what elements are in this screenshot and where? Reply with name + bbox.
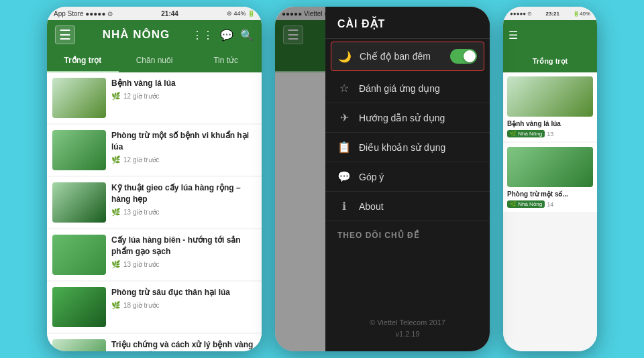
news-content-2: Kỹ thuật gieo cấy lúa hàng rộng – hàng h… (111, 182, 256, 217)
about-label: About (359, 201, 478, 212)
terms-label: Điều khoản sử dụng (359, 142, 478, 153)
news-content-0: Bệnh vàng lá lúa 🌿 12 giờ trước (111, 78, 256, 101)
news-list-right: Bệnh vàng lá lúa 🌿 Nhà Nông 13 Phòng trừ… (503, 72, 597, 351)
news-item-left-1[interactable]: Phòng trừ một số bệnh vi khuẩn hại lúa 🌿… (47, 125, 262, 176)
settings-overlay: CÀI ĐẶT 🌙 Chế độ ban đêm ☆ Đánh giá ứng … (275, 7, 490, 351)
news-thumb-4 (52, 287, 106, 327)
title-right-0: Bệnh vàng lá lúa (507, 119, 593, 128)
feedback-icon: 💬 (337, 170, 351, 183)
phone-right: ●●●●● ⊙ 23:21 🔋40% ☰ Trồng trọt Bệnh vàn… (503, 7, 597, 351)
status-bar-right: ●●●●● ⊙ 23:21 🔋40% (503, 7, 597, 20)
status-time-right: 23:21 (545, 11, 559, 17)
news-title-5: Triệu chứng và cách xử lý bệnh vàng lá n… (111, 339, 256, 351)
news-item-left-5[interactable]: Triệu chứng và cách xử lý bệnh vàng lá n… (47, 334, 262, 351)
settings-item-about[interactable]: ℹ About (325, 192, 490, 221)
news-meta-4: 🌿 18 giờ trước (111, 301, 256, 310)
search-icon[interactable]: 🔍 (240, 29, 254, 42)
status-icons-right: 🔋40% (573, 11, 590, 17)
tab-bar-right: Trồng trọt (503, 50, 597, 72)
settings-item-feedback[interactable]: 💬 Góp ý (325, 162, 490, 192)
news-time-2: 13 giờ trước (123, 208, 160, 216)
settings-item-dark-mode[interactable]: 🌙 Chế độ ban đêm (331, 42, 484, 71)
news-meta-2: 🌿 13 giờ trước (111, 208, 256, 217)
copyright-text: © Viettel Telecom 2017 (337, 317, 478, 329)
source-badge-1: 🌿 Nhà Nông (507, 200, 545, 208)
rate-label: Đánh giá ứng dụng (359, 83, 478, 94)
status-left-right: ●●●●● ⊙ (510, 11, 532, 17)
section-label-theo-doi: THEO DÕI CHỦ ĐỀ (325, 221, 490, 245)
meta-right-1: 🌿 Nhà Nông 14 (507, 200, 593, 208)
news-meta-1: 🌿 12 giờ trước (111, 156, 256, 164)
app-header-left: ☰ NHÀ NÔNG ⋮⋮ 💬 🔍 (47, 20, 262, 50)
settings-item-rate[interactable]: ☆ Đánh giá ứng dụng (325, 74, 490, 103)
tab-bar-left: Trồng trọt Chăn nuôi Tin tức (47, 50, 262, 72)
time-right-1: 14 (547, 201, 553, 208)
settings-item-guide[interactable]: ✈ Hướng dẫn sử dụng (325, 103, 490, 133)
dark-mode-toggle[interactable] (450, 49, 477, 64)
status-time-left: 21:44 (161, 10, 178, 17)
status-bar-left: App Store ●●●●● ⊙ 21:44 ⊛ 44% 🔋 (47, 7, 262, 20)
news-item-left-0[interactable]: Bệnh vàng lá lúa 🌿 12 giờ trước (47, 72, 262, 123)
hamburger-icon: ☰ (59, 27, 71, 43)
news-thumb-5 (52, 339, 106, 351)
news-thumb-1 (52, 130, 106, 170)
status-right-icons-left: ⊛ 44% 🔋 (227, 10, 255, 17)
leaf-icon-3: 🌿 (111, 260, 121, 269)
news-title-1: Phòng trừ một số bệnh vi khuẩn hại lúa (111, 130, 256, 153)
phone-left: App Store ●●●●● ⊙ 21:44 ⊛ 44% 🔋 ☰ NHÀ NÔ… (47, 7, 262, 351)
news-meta-3: 🌿 13 giờ trước (111, 260, 256, 269)
news-title-4: Phòng trừ sâu đục thân hại lúa (111, 287, 256, 298)
tab-trong-trot[interactable]: Trồng trọt (47, 50, 119, 72)
dark-mode-label: Chế độ ban đêm (360, 51, 442, 62)
hamburger-button[interactable]: ☰ (55, 25, 75, 44)
settings-title: CÀI ĐẶT (337, 17, 478, 30)
guide-label: Hướng dẫn sử dụng (359, 113, 478, 123)
app-header-right: ☰ (503, 20, 597, 50)
settings-header: CÀI ĐẶT (325, 7, 490, 39)
news-item-right-1[interactable]: Phòng trừ một số... 🌿 Nhà Nông 14 (503, 143, 597, 212)
news-time-4: 18 giờ trước (123, 302, 160, 309)
grid-icon[interactable]: ⋮⋮ (192, 29, 213, 42)
settings-panel: CÀI ĐẶT 🌙 Chế độ ban đêm ☆ Đánh giá ứng … (325, 7, 490, 351)
version-text: v1.2.19 (337, 329, 478, 341)
phone-middle: ●●●●● Viettel ⊙ 23:21 ⊛ 40% 🔋 ☰ NHÀ NÔNG… (275, 7, 490, 351)
news-time-0: 12 giờ trước (123, 93, 160, 100)
news-title-3: Cấy lúa hàng biên - hướng tới sản phẩm g… (111, 235, 256, 257)
news-thumb-2 (52, 182, 106, 223)
feedback-label: Góp ý (359, 172, 478, 182)
news-item-right-0[interactable]: Bệnh vàng lá lúa 🌿 Nhà Nông 13 (503, 72, 597, 141)
news-item-left-2[interactable]: Kỹ thuật gieo cấy lúa hàng rộng – hàng h… (47, 177, 262, 228)
header-icons-left: ⋮⋮ 💬 🔍 (192, 29, 254, 42)
leaf-icon-2: 🌿 (111, 208, 121, 217)
news-time-1: 12 giờ trước (123, 156, 160, 164)
settings-item-terms[interactable]: 📋 Điều khoản sử dụng (325, 133, 490, 162)
news-thumb-3 (52, 235, 106, 275)
tab-tin-tuc[interactable]: Tin tức (190, 50, 262, 72)
news-content-5: Triệu chứng và cách xử lý bệnh vàng lá n… (111, 339, 256, 351)
toggle-knob (464, 50, 476, 62)
news-item-left-4[interactable]: Phòng trừ sâu đục thân hại lúa 🌿 18 giờ … (47, 282, 262, 333)
news-title-2: Kỹ thuật gieo cấy lúa hàng rộng – hàng h… (111, 182, 256, 205)
info-icon: ℹ (337, 200, 351, 213)
chat-icon[interactable]: 💬 (220, 29, 233, 42)
time-right-0: 13 (547, 131, 553, 137)
news-meta-0: 🌿 12 giờ trước (111, 92, 256, 101)
leaf-icon-4: 🌿 (111, 301, 121, 310)
status-left-info: App Store ●●●●● ⊙ (54, 10, 113, 17)
tab-trong-trot-right[interactable]: Trồng trọt (533, 57, 568, 66)
news-thumb-0 (52, 78, 106, 118)
thumb-right-0 (507, 76, 593, 117)
news-item-left-3[interactable]: Cấy lúa hàng biên - hướng tới sản phẩm g… (47, 229, 262, 280)
title-right-1: Phòng trừ một số... (507, 190, 593, 198)
news-time-3: 13 giờ trước (123, 261, 160, 268)
moon-icon: 🌙 (338, 50, 352, 63)
news-content-4: Phòng trừ sâu đục thân hại lúa 🌿 18 giờ … (111, 287, 256, 310)
source-badge-0: 🌿 Nhà Nông (507, 130, 545, 137)
leaf-icon-0: 🌿 (111, 92, 121, 101)
tab-chan-nuoi[interactable]: Chăn nuôi (119, 50, 191, 72)
app-title-left: NHÀ NÔNG (80, 28, 192, 42)
settings-footer: © Viettel Telecom 2017 v1.2.19 (325, 306, 490, 351)
hamburger-icon-right[interactable]: ☰ (508, 29, 518, 42)
news-content-1: Phòng trừ một số bệnh vi khuẩn hại lúa 🌿… (111, 130, 256, 164)
thumb-right-1 (507, 147, 593, 187)
